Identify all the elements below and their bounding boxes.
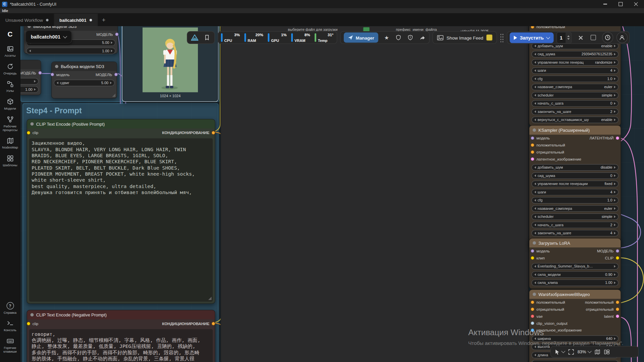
widget-right-arrow-icon[interactable] <box>614 265 616 267</box>
node-widget[interactable]: шаги 4 <box>531 189 619 195</box>
sidebar-item-nodesmap[interactable]: NodesMap <box>0 137 20 149</box>
increment-icon[interactable] <box>567 35 570 37</box>
manager-button[interactable]: Manager <box>344 33 378 43</box>
node-ksampler-advanced[interactable]: KSampler (Расширенный) модель ЛАТЕНТНЫЙ … <box>529 125 621 247</box>
widget-left-arrow-icon[interactable] <box>534 207 536 209</box>
widget-right-arrow-icon[interactable] <box>614 77 616 80</box>
node-widget[interactable]: добавить_шум disable <box>531 164 619 171</box>
node-widget[interactable]: управление после генерац randomize <box>531 59 619 66</box>
node-widget[interactable]: 1.00 <box>26 48 115 54</box>
widget-right-arrow-icon[interactable] <box>34 88 36 90</box>
widget-left-arrow-icon[interactable] <box>534 53 536 55</box>
input-port-dot[interactable] <box>531 26 534 28</box>
node-widget[interactable]: scheduler simple <box>531 92 619 99</box>
widget-right-arrow-icon[interactable] <box>614 61 616 63</box>
widget-right-arrow-icon[interactable] <box>111 42 113 44</box>
sidebar-item-workflows[interactable]: Рабочие процессы <box>0 116 20 132</box>
user-button[interactable] <box>616 32 628 43</box>
widget-right-arrow-icon[interactable] <box>614 199 616 201</box>
node-left-fragment[interactable]: одель) МОДЕЛЬ ора_... 1.00 <box>20 60 41 95</box>
sidebar-item-queue[interactable]: Очередь <box>0 63 20 75</box>
output-port-dot[interactable] <box>212 131 215 134</box>
minimap-icon[interactable] <box>594 349 600 355</box>
widget-right-arrow-icon[interactable] <box>111 50 113 52</box>
new-tab-button[interactable]: + <box>98 13 110 26</box>
widget-left-arrow-icon[interactable] <box>534 61 536 63</box>
widget-left-arrow-icon[interactable] <box>534 338 536 340</box>
negative-prompt-textarea[interactable]: говорит, 色调艳丽, 过曝, 静态, 细节模糊不清, 字幕, 风格, 作… <box>29 329 213 362</box>
node-widget[interactable]: закончить_на_шаге 2 <box>531 108 619 115</box>
textarea-resize-grip[interactable] <box>208 297 212 300</box>
node-widget[interactable]: cfg 1.0 <box>531 75 619 82</box>
node-model-sampling-sd3[interactable]: Выборка модели SD3 модель МОДЕЛЬ сдвиг 5… <box>51 62 117 99</box>
output-port-dot[interactable] <box>115 33 119 36</box>
history-button[interactable] <box>602 32 613 43</box>
widget-left-arrow-icon[interactable] <box>534 199 536 201</box>
widget-right-arrow-icon[interactable] <box>614 183 616 185</box>
widget-left-arrow-icon[interactable] <box>534 166 536 169</box>
widget-left-arrow-icon[interactable] <box>534 265 536 267</box>
node-widget[interactable]: шаги 4 <box>531 67 619 74</box>
output-port-dot[interactable] <box>616 136 620 140</box>
close-button[interactable] <box>628 0 644 8</box>
widget-left-arrow-icon[interactable] <box>534 119 536 121</box>
minimize-button[interactable] <box>597 0 613 8</box>
sidebar-item-models[interactable]: Модели <box>0 98 20 111</box>
widget-right-arrow-icon[interactable] <box>614 174 616 177</box>
shield-button[interactable] <box>393 32 404 43</box>
input-port-dot[interactable] <box>51 73 54 76</box>
positive-prompt-textarea[interactable]: Зацикленное видео, SLAVYA, BLONDE HAIR, … <box>29 138 213 302</box>
node-widget[interactable]: размер_партии <box>531 360 619 362</box>
comfyui-logo-icon[interactable]: C <box>7 31 12 39</box>
sidebar-item-templates[interactable]: Шаблоны <box>0 155 20 167</box>
input-port-dot[interactable] <box>531 328 534 332</box>
node-widget[interactable]: закончить_на_шаге 4 <box>531 230 619 237</box>
widget-left-arrow-icon[interactable] <box>534 354 536 356</box>
widget-right-arrow-icon[interactable] <box>614 282 616 284</box>
workflow-overview-button[interactable] <box>189 32 200 43</box>
run-count-stepper[interactable]: 1 <box>556 32 572 43</box>
node-widget[interactable]: название_сэмплера euler <box>531 84 619 90</box>
node-clip-text-encode-positive[interactable]: CLIP Text Encode (Positive Prompt) clip … <box>27 119 215 304</box>
output-port-dot[interactable] <box>616 314 620 318</box>
widget-right-arrow-icon[interactable] <box>614 232 616 234</box>
feed-toggle-icon[interactable] <box>486 35 492 41</box>
output-port-dot[interactable] <box>616 307 620 311</box>
tab-ballcatch001[interactable]: ballcatch001 <box>54 13 98 26</box>
node-widget[interactable]: начать_с_шага 2 <box>531 222 619 228</box>
widget-right-arrow-icon[interactable] <box>614 45 616 47</box>
widget-right-arrow-icon[interactable] <box>614 69 616 72</box>
node-large-video-combine[interactable]: выберите файл для загрузки префикс_имени… <box>221 26 529 362</box>
node-widget[interactable]: управление после генерации fixed <box>531 181 619 187</box>
node-widget[interactable]: 1.00 <box>20 86 39 93</box>
input-port-dot[interactable] <box>531 314 534 318</box>
sidebar-item-console[interactable]: Консоль <box>0 320 20 332</box>
run-button[interactable]: Запустить <box>509 32 554 43</box>
node-widget[interactable]: Everlasting_Summer_Slavya_by_Gra... <box>531 263 619 270</box>
output-port-dot[interactable] <box>212 321 215 325</box>
node-widget[interactable]: ширина 640 <box>531 335 619 342</box>
input-port-dot[interactable] <box>531 157 534 161</box>
stop-button[interactable] <box>588 32 599 43</box>
input-port-dot[interactable] <box>27 321 31 325</box>
widget-left-arrow-icon[interactable] <box>534 174 536 177</box>
bookmark-button[interactable] <box>202 32 212 43</box>
widget-right-arrow-icon[interactable] <box>614 216 616 218</box>
sidebar-item-assets[interactable]: Ассеты <box>0 45 20 58</box>
widget-left-arrow-icon[interactable] <box>534 102 536 105</box>
widget-left-arrow-icon[interactable] <box>534 216 536 218</box>
shield-alert-button[interactable] <box>405 32 416 43</box>
output-port-dot[interactable] <box>616 249 620 253</box>
widget-left-arrow-icon[interactable] <box>534 94 536 96</box>
widget-left-arrow-icon[interactable] <box>534 346 536 348</box>
panels-icon[interactable] <box>604 349 610 355</box>
widget-right-arrow-icon[interactable] <box>614 94 616 96</box>
widget-right-arrow-icon[interactable] <box>614 110 616 113</box>
star-button[interactable]: ★ <box>381 32 392 43</box>
node-widget[interactable]: вернуться_с_оставшимся_шу enable <box>531 117 619 123</box>
input-port-dot[interactable] <box>531 136 534 140</box>
node-widget[interactable]: сила_клипа 1.00 <box>531 280 619 286</box>
node-widget[interactable]: начать_с_шага 0 <box>531 100 619 107</box>
node-widget[interactable]: сдвиг 5.00 <box>54 80 114 86</box>
node-widget[interactable]: сила_модели 0.90 <box>531 271 619 278</box>
